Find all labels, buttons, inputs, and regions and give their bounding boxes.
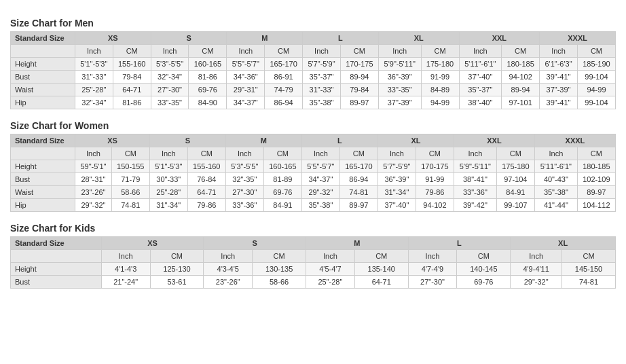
table-cell: 150-155 bbox=[111, 160, 149, 173]
women-table: Standard Size XS S M L XL XXL XXXL Inch … bbox=[10, 134, 616, 212]
table-cell: 69-76 bbox=[457, 276, 511, 289]
table-cell: 34"-36" bbox=[227, 71, 265, 84]
table-cell: 34"-37" bbox=[301, 173, 339, 186]
women-l-cm: CM bbox=[339, 147, 378, 160]
table-cell: 155-160 bbox=[113, 58, 151, 71]
men-header-row: Standard Size XS S M L XL XXL XXXL bbox=[11, 32, 616, 45]
table-cell: 23"-26" bbox=[204, 276, 253, 289]
women-title: Size Chart for Women bbox=[10, 120, 616, 131]
table-cell: 102-109 bbox=[577, 173, 615, 186]
table-cell: 37"-40" bbox=[459, 71, 502, 84]
table-cell: 99-104 bbox=[577, 96, 615, 109]
table-cell: 79-84 bbox=[340, 84, 378, 96]
table-cell: 35"-38" bbox=[303, 96, 341, 109]
women-xs-inch: Inch bbox=[75, 147, 111, 160]
table-row: Hip32"-34"81-8633"-35"84-9034"-37"86-943… bbox=[11, 96, 616, 109]
women-xl-cm: CM bbox=[416, 147, 454, 160]
table-cell: 170-175 bbox=[416, 160, 454, 173]
row-label: Bust bbox=[11, 173, 75, 186]
men-table: Standard Size XS S M L XL XXL XXXL Inch … bbox=[10, 31, 616, 109]
men-xxl-inch: Inch bbox=[459, 45, 502, 58]
table-cell: 31"-33" bbox=[75, 71, 113, 84]
table-row: Bust21"-24"53-6123"-26"58-6625"-28"64-71… bbox=[11, 276, 616, 289]
women-m-header: M bbox=[225, 134, 301, 147]
women-section: Size Chart for Women Standard Size XS S … bbox=[10, 120, 616, 212]
table-cell: 74-81 bbox=[339, 186, 378, 199]
table-cell: 81-86 bbox=[113, 96, 151, 109]
table-cell: 37"-39" bbox=[378, 96, 421, 109]
table-cell: 91-99 bbox=[416, 173, 454, 186]
men-unit-empty bbox=[11, 45, 75, 58]
men-xxl-header: XXL bbox=[459, 32, 540, 45]
row-label: Bust bbox=[11, 71, 75, 84]
table-cell: 23"-26" bbox=[75, 186, 111, 199]
table-row: Bust28"-31"71-7930"-33"76-8432"-35"81-89… bbox=[11, 173, 616, 186]
women-xxl-inch: Inch bbox=[454, 147, 496, 160]
table-row: Hip29"-32"74-8131"-34"79-8633"-36"84-913… bbox=[11, 199, 616, 212]
men-m-cm: CM bbox=[265, 45, 303, 58]
kids-xl-cm: CM bbox=[562, 250, 616, 263]
kids-l-header: L bbox=[408, 237, 511, 250]
row-label: Bust bbox=[11, 276, 102, 289]
table-row: Waist23"-26"58-6625"-28"64-7127"-30"69-7… bbox=[11, 186, 616, 199]
table-cell: 58-66 bbox=[111, 186, 149, 199]
table-cell: 35"-38" bbox=[301, 199, 339, 212]
women-xxl-cm: CM bbox=[496, 147, 534, 160]
table-cell: 125-130 bbox=[150, 263, 204, 276]
kids-unit-row: Inch CM Inch CM Inch CM Inch CM Inch CM bbox=[11, 250, 616, 263]
men-xxl-cm: CM bbox=[502, 45, 540, 58]
table-cell: 97-104 bbox=[496, 173, 534, 186]
men-m-inch: Inch bbox=[227, 45, 265, 58]
table-cell: 74-81 bbox=[562, 276, 616, 289]
row-label: Height bbox=[11, 263, 102, 276]
table-cell: 84-91 bbox=[263, 199, 301, 212]
men-l-header: L bbox=[303, 32, 379, 45]
table-cell: 37"-40" bbox=[378, 199, 416, 212]
table-cell: 29"-32" bbox=[301, 186, 339, 199]
table-row: Waist25"-28"64-7127"-30"69-7629"-31"74-7… bbox=[11, 84, 616, 96]
kids-m-header: M bbox=[306, 237, 409, 250]
table-cell: 4'1-4'3 bbox=[101, 263, 150, 276]
women-unit-row: Inch CM Inch CM Inch CM Inch CM Inch CM … bbox=[11, 147, 616, 160]
table-cell: 64-71 bbox=[113, 84, 151, 96]
table-cell: 5'11"-6'1" bbox=[534, 160, 577, 173]
table-cell: 79-86 bbox=[187, 199, 225, 212]
kids-unit-empty bbox=[11, 250, 102, 263]
table-cell: 4'5-4'7 bbox=[306, 263, 355, 276]
women-xl-inch: Inch bbox=[378, 147, 416, 160]
row-label: Waist bbox=[11, 186, 75, 199]
table-cell: 27"-30" bbox=[225, 186, 263, 199]
table-cell: 64-71 bbox=[354, 276, 408, 289]
men-xxxl-cm: CM bbox=[577, 45, 615, 58]
men-s-cm: CM bbox=[189, 45, 227, 58]
table-cell: 33"-35" bbox=[378, 84, 421, 96]
men-title: Size Chart for Men bbox=[10, 18, 616, 29]
men-xl-inch: Inch bbox=[378, 45, 421, 58]
kids-l-cm: CM bbox=[457, 250, 511, 263]
table-row: Height59"-5'1"150-1555'1"-5'3"155-1605'3… bbox=[11, 160, 616, 173]
table-cell: 30"-33" bbox=[149, 173, 187, 186]
men-xs-header: XS bbox=[75, 32, 151, 45]
table-cell: 76-84 bbox=[187, 173, 225, 186]
table-cell: 32"-34" bbox=[75, 96, 113, 109]
men-s-inch: Inch bbox=[151, 45, 189, 58]
table-cell: 27"-30" bbox=[151, 84, 189, 96]
table-cell: 165-170 bbox=[339, 160, 378, 173]
table-cell: 64-71 bbox=[187, 186, 225, 199]
table-cell: 5'5"-5'7" bbox=[301, 160, 339, 173]
table-cell: 5'1"-5'3" bbox=[75, 58, 113, 71]
table-cell: 37"-39" bbox=[540, 84, 578, 96]
women-s-cm: CM bbox=[187, 147, 225, 160]
table-cell: 27"-30" bbox=[408, 276, 457, 289]
table-cell: 4'7-4'9 bbox=[408, 263, 457, 276]
kids-m-inch: Inch bbox=[306, 250, 355, 263]
table-cell: 39"-41" bbox=[540, 71, 578, 84]
table-cell: 94-102 bbox=[502, 71, 540, 84]
table-cell: 40"-43" bbox=[534, 173, 577, 186]
table-cell: 155-160 bbox=[187, 160, 225, 173]
men-xxxl-inch: Inch bbox=[540, 45, 578, 58]
table-cell: 180-185 bbox=[502, 58, 540, 71]
table-cell: 35"-38" bbox=[534, 186, 577, 199]
table-cell: 5'7"-5'9" bbox=[303, 58, 341, 71]
table-cell: 38"-40" bbox=[459, 96, 502, 109]
